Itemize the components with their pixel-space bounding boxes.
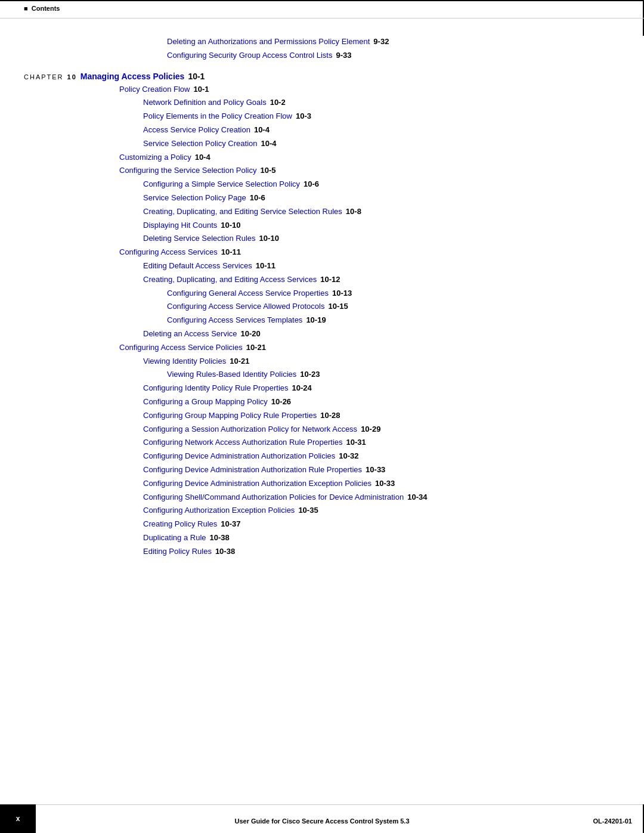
- toc-row: Editing Default Access Services10-11: [143, 260, 620, 272]
- toc-entry-link[interactable]: Creating Policy Rules: [143, 518, 217, 531]
- toc-entry-page: 10-15: [328, 301, 348, 313]
- top-border: [0, 0, 644, 1]
- toc-row: Service Selection Policy Creation10-4: [143, 138, 620, 150]
- toc-entry-link[interactable]: Configuring Access Service Allowed Proto…: [167, 301, 324, 313]
- toc-entry-page: 10-19: [306, 314, 326, 327]
- toc-entry-page: 10-26: [271, 396, 291, 408]
- toc-entry-link[interactable]: Viewing Rules-Based Identity Policies: [167, 368, 296, 381]
- toc-entry-page: 10-23: [300, 368, 320, 381]
- toc-row: Viewing Identity Policies10-21: [143, 355, 620, 368]
- toc-entry-link[interactable]: Editing Default Access Services: [143, 260, 252, 272]
- toc-entry-page: 10-6: [250, 192, 265, 205]
- toc-entry-page: 10-20: [241, 328, 261, 340]
- toc-entry-page: 10-5: [261, 165, 276, 177]
- toc-entry-link[interactable]: Policy Elements in the Policy Creation F…: [143, 110, 292, 123]
- toc-entry-link[interactable]: Creating, Duplicating, and Editing Servi…: [143, 206, 342, 218]
- toc-entry-page: 10-10: [259, 233, 279, 245]
- toc-entry-page: 10-21: [230, 355, 249, 368]
- footer-center-text: User Guide for Cisco Secure Access Contr…: [234, 817, 409, 825]
- toc-entry-page: 10-11: [221, 246, 241, 259]
- content-area: Deleting an Authorizations and Permissio…: [24, 30, 620, 797]
- toc-entry-page: 10-31: [346, 436, 366, 449]
- toc-row: Configuring Device Administration Author…: [143, 450, 620, 463]
- toc-row: Creating Policy Rules10-37: [143, 518, 620, 531]
- toc-entry-link[interactable]: Configuring Device Administration Author…: [143, 464, 362, 476]
- toc-row: Configuring Network Access Authorization…: [143, 436, 620, 449]
- toc-row: Configuring Access Services10-11: [119, 246, 620, 259]
- toc-entry-link[interactable]: Configuring a Session Authorization Poli…: [143, 423, 357, 436]
- toc-entry-page: 10-33: [366, 464, 385, 476]
- toc-entry-page: 10-33: [375, 478, 395, 490]
- toc-entry-link[interactable]: Network Definition and Policy Goals: [143, 97, 267, 109]
- toc-entry-link[interactable]: Configuring Access Service Policies: [119, 342, 243, 354]
- toc-entry-page: 10-29: [361, 423, 380, 436]
- toc-row: Network Definition and Policy Goals10-2: [143, 97, 620, 109]
- toc-entry-link[interactable]: Configuring the Service Selection Policy: [119, 165, 257, 177]
- toc-entry-link[interactable]: Configuring a Simple Service Selection P…: [143, 178, 300, 191]
- toc-container: Deleting an Authorizations and Permissio…: [24, 36, 620, 558]
- toc-entry-page: 10-11: [256, 260, 275, 272]
- toc-entry-link[interactable]: Service Selection Policy Page: [143, 192, 246, 205]
- chapter-heading: CHAPTER 10 Managing Access Policies 10-1: [24, 72, 620, 81]
- toc-page: 9-33: [336, 49, 351, 62]
- toc-entry-page: 10-21: [246, 342, 266, 354]
- toc-entry-link[interactable]: Service Selection Policy Creation: [143, 138, 257, 150]
- toc-entry-link[interactable]: Editing Policy Rules: [143, 546, 212, 558]
- header-contents: ■ Contents: [24, 5, 60, 12]
- toc-entry-link[interactable]: Configuring Identity Policy Rule Propert…: [143, 382, 289, 395]
- toc-entry-link[interactable]: Configuring Access Services Templates: [167, 314, 302, 327]
- toc-row: Configuring Device Administration Author…: [143, 478, 620, 490]
- toc-entry-link[interactable]: Configuring General Access Service Prope…: [167, 287, 329, 300]
- toc-entry-page: 10-34: [407, 491, 427, 504]
- toc-row: Configuring General Access Service Prope…: [167, 287, 620, 300]
- toc-entry-link[interactable]: Displaying Hit Counts: [143, 219, 217, 232]
- toc-entry-link[interactable]: Configuring a Group Mapping Policy: [143, 396, 268, 408]
- footer-page-number: x: [16, 815, 20, 823]
- toc-entry-page: 10-6: [304, 178, 319, 191]
- pre-chapter-entry: Configuring Security Group Access Contro…: [167, 49, 620, 62]
- toc-row: Configuring Device Administration Author…: [143, 464, 620, 476]
- toc-row: Configuring Access Service Policies10-21: [119, 342, 620, 354]
- toc-entry-link[interactable]: Deleting an Access Service: [143, 328, 237, 340]
- toc-row: Configuring Group Mapping Policy Rule Pr…: [143, 410, 620, 422]
- toc-link[interactable]: Deleting an Authorizations and Permissio…: [167, 36, 370, 48]
- toc-row: Creating, Duplicating, and Editing Acces…: [143, 274, 620, 286]
- toc-entry-page: 10-28: [320, 410, 340, 422]
- toc-entry-page: 10-13: [332, 287, 352, 300]
- toc-entry-page: 10-2: [270, 97, 286, 109]
- toc-row: Configuring Identity Policy Rule Propert…: [143, 382, 620, 395]
- toc-page: 9-32: [373, 36, 389, 48]
- toc-entries: Policy Creation Flow10-1Network Definiti…: [24, 83, 620, 558]
- toc-entry-page: 10-4: [195, 151, 210, 164]
- toc-row: Configuring Access Service Allowed Proto…: [167, 301, 620, 313]
- toc-entry-link[interactable]: Configuring Group Mapping Policy Rule Pr…: [143, 410, 317, 422]
- toc-entry-link[interactable]: Creating, Duplicating, and Editing Acces…: [143, 274, 317, 286]
- toc-entry-page: 10-38: [210, 532, 230, 544]
- toc-entry-page: 10-3: [296, 110, 311, 123]
- toc-entry-link[interactable]: Duplicating a Rule: [143, 532, 206, 544]
- toc-entry-link[interactable]: Policy Creation Flow: [119, 83, 190, 96]
- toc-entry-link[interactable]: Configuring Authorization Exception Poli…: [143, 504, 295, 517]
- toc-entry-link[interactable]: Customizing a Policy: [119, 151, 191, 164]
- toc-row: Deleting an Access Service10-20: [143, 328, 620, 340]
- toc-entry-link[interactable]: Viewing Identity Policies: [143, 355, 226, 368]
- toc-link[interactable]: Configuring Security Group Access Contro…: [167, 49, 332, 62]
- toc-entry-link[interactable]: Deleting Service Selection Rules: [143, 233, 256, 245]
- toc-entry-link[interactable]: Configuring Network Access Authorization…: [143, 436, 343, 449]
- toc-entry-page: 10-4: [254, 124, 270, 137]
- toc-entry-link[interactable]: Configuring Device Administration Author…: [143, 478, 371, 490]
- toc-row: Duplicating a Rule10-38: [143, 532, 620, 544]
- pre-chapter-entries: Deleting an Authorizations and Permissio…: [167, 36, 620, 62]
- toc-row: Configuring Authorization Exception Poli…: [143, 504, 620, 517]
- toc-entry-link[interactable]: Configuring Shell/Command Authorization …: [143, 491, 404, 504]
- toc-entry-link[interactable]: Access Service Policy Creation: [143, 124, 250, 137]
- toc-entry-link[interactable]: Configuring Access Services: [119, 246, 218, 259]
- toc-row: Configuring a Simple Service Selection P…: [143, 178, 620, 191]
- chapter-title-link[interactable]: Managing Access Policies: [80, 72, 185, 81]
- toc-row: Access Service Policy Creation10-4: [143, 124, 620, 137]
- toc-entry-page: 10-24: [292, 382, 312, 395]
- toc-entry-page: 10-38: [215, 546, 235, 558]
- toc-entry-link[interactable]: Configuring Device Administration Author…: [143, 450, 335, 463]
- toc-entry-page: 10-12: [320, 274, 340, 286]
- header-rule: [0, 18, 644, 18]
